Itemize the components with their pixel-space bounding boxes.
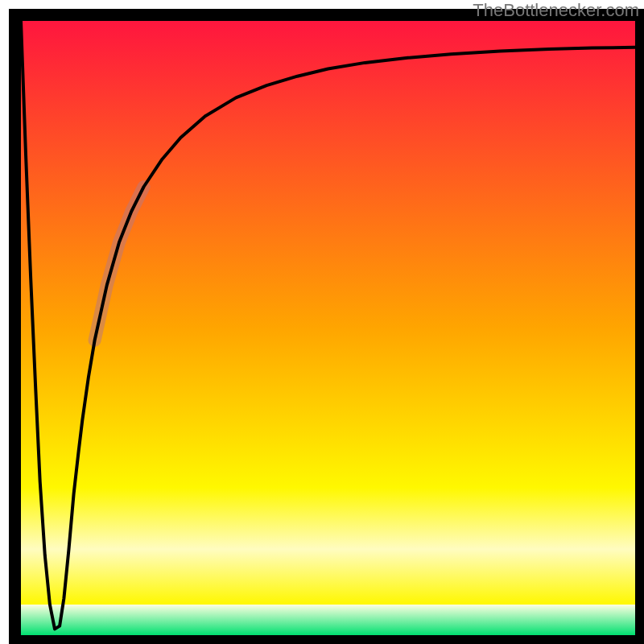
chart-container: { "attribution": "TheBottlenecker.com", … (0, 0, 644, 644)
plot-background (21, 21, 635, 635)
attribution-text: TheBottlenecker.com (473, 0, 639, 21)
chart-svg (0, 0, 644, 644)
